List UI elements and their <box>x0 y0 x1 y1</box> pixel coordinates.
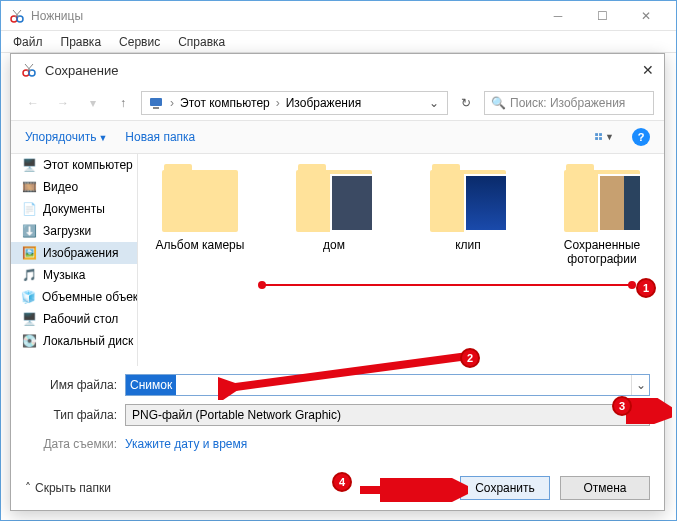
nav-up-button[interactable]: ↑ <box>111 91 135 115</box>
minimize-button[interactable]: ─ <box>536 2 580 30</box>
menu-file[interactable]: Файл <box>5 33 51 51</box>
svg-rect-5 <box>153 107 159 109</box>
download-icon: ⬇️ <box>21 223 37 239</box>
menu-edit[interactable]: Правка <box>53 33 110 51</box>
disk-icon: 💽 <box>21 333 37 349</box>
dialog-close-button[interactable]: ✕ <box>614 62 654 78</box>
folder-item[interactable]: дом <box>282 162 386 266</box>
navigation-sidebar: 🖥️Этот компьютер 🎞️Видео 📄Документы ⬇️За… <box>11 154 138 366</box>
sidebar-item-label: Видео <box>43 180 78 194</box>
chevron-right-icon[interactable]: › <box>168 96 176 110</box>
annotation-line <box>262 284 632 286</box>
filename-dropdown-button[interactable]: ⌄ <box>631 375 649 395</box>
search-placeholder: Поиск: Изображения <box>510 96 625 110</box>
pc-icon <box>148 95 164 111</box>
svg-rect-8 <box>595 138 598 141</box>
filetype-value: PNG-файл (Portable Network Graphic) <box>132 408 341 422</box>
chevron-up-icon: ˄ <box>25 481 31 495</box>
sidebar-item-label: Изображения <box>43 246 118 260</box>
sidebar-item-music[interactable]: 🎵Музыка <box>11 264 137 286</box>
svg-point-1 <box>17 16 23 22</box>
filename-label: Имя файла: <box>25 378 125 392</box>
filename-input[interactable]: Снимок ⌄ <box>125 374 650 396</box>
folder-item[interactable]: Сохраненные фотографии <box>550 162 654 266</box>
snipping-tool-icon <box>21 62 37 78</box>
hide-folders-label: Скрыть папки <box>35 481 111 495</box>
search-input[interactable]: 🔍 Поиск: Изображения <box>484 91 654 115</box>
sidebar-item-label: Локальный диск <box>43 334 133 348</box>
item-label: Сохраненные фотографии <box>550 238 654 266</box>
sidebar-item-documents[interactable]: 📄Документы <box>11 198 137 220</box>
menu-help[interactable]: Справка <box>170 33 233 51</box>
new-folder-button[interactable]: Новая папка <box>125 130 195 144</box>
hide-folders-button[interactable]: ˄Скрыть папки <box>25 481 111 495</box>
item-label: дом <box>282 238 386 252</box>
folder-item[interactable]: клип <box>416 162 520 266</box>
file-list[interactable]: Альбом камеры дом клип Сохраненные фотог… <box>138 154 664 366</box>
snipping-tool-icon <box>9 8 25 24</box>
sidebar-item-label: Рабочий стол <box>43 312 118 326</box>
nav-forward-button[interactable]: → <box>51 91 75 115</box>
save-dialog: Сохранение ✕ ← → ▾ ↑ › Этот компьютер › … <box>10 53 665 511</box>
nav-recent-button[interactable]: ▾ <box>81 91 105 115</box>
parent-window-title: Ножницы <box>31 9 536 23</box>
view-options-button[interactable]: ▼ <box>594 127 614 147</box>
filetype-label: Тип файла: <box>25 408 125 422</box>
breadcrumb-root[interactable]: Этот компьютер <box>176 96 274 110</box>
cancel-button[interactable]: Отмена <box>560 476 650 500</box>
breadcrumb-folder[interactable]: Изображения <box>282 96 365 110</box>
sidebar-item-pictures[interactable]: 🖼️Изображения <box>11 242 137 264</box>
dialog-title: Сохранение <box>45 63 614 78</box>
maximize-button[interactable]: ☐ <box>580 2 624 30</box>
help-button[interactable]: ? <box>632 128 650 146</box>
item-label: Альбом камеры <box>148 238 252 252</box>
music-icon: 🎵 <box>21 267 37 283</box>
sidebar-item-videos[interactable]: 🎞️Видео <box>11 176 137 198</box>
sidebar-item-this-pc[interactable]: 🖥️Этот компьютер <box>11 154 137 176</box>
chevron-down-icon: ⌄ <box>633 408 643 422</box>
sidebar-item-label: Объемные объекты <box>42 290 138 304</box>
cube-icon: 🧊 <box>21 289 36 305</box>
date-taken-label: Дата съемки: <box>25 437 125 451</box>
svg-rect-9 <box>599 138 602 141</box>
filetype-combo[interactable]: PNG-файл (Portable Network Graphic) ⌄ <box>125 404 650 426</box>
svg-point-3 <box>29 70 35 76</box>
address-bar[interactable]: › Этот компьютер › Изображения ⌄ <box>141 91 448 115</box>
svg-rect-7 <box>599 134 602 137</box>
chevron-right-icon[interactable]: › <box>274 96 282 110</box>
sidebar-item-3d-objects[interactable]: 🧊Объемные объекты <box>11 286 137 308</box>
search-icon: 🔍 <box>491 96 506 110</box>
annotation-badge-4: 4 <box>332 472 352 492</box>
folder-item[interactable]: Альбом камеры <box>148 162 252 266</box>
sidebar-item-label: Этот компьютер <box>43 158 133 172</box>
sidebar-item-desktop[interactable]: 🖥️Рабочий стол <box>11 308 137 330</box>
date-taken-link[interactable]: Укажите дату и время <box>125 437 247 451</box>
sidebar-item-local-disk[interactable]: 💽Локальный диск <box>11 330 137 352</box>
refresh-button[interactable]: ↻ <box>454 96 478 110</box>
document-icon: 📄 <box>21 201 37 217</box>
parent-window-titlebar: Ножницы ─ ☐ ✕ <box>1 1 676 31</box>
svg-point-2 <box>23 70 29 76</box>
organize-button[interactable]: Упорядочить▼ <box>25 130 107 144</box>
video-icon: 🎞️ <box>21 179 37 195</box>
annotation-badge-2: 2 <box>460 348 480 368</box>
desktop-icon: 🖥️ <box>21 311 37 327</box>
nav-back-button[interactable]: ← <box>21 91 45 115</box>
image-icon: 🖼️ <box>21 245 37 261</box>
sidebar-item-label: Документы <box>43 202 105 216</box>
pc-icon: 🖥️ <box>21 157 37 173</box>
sidebar-item-downloads[interactable]: ⬇️Загрузки <box>11 220 137 242</box>
sidebar-item-label: Музыка <box>43 268 85 282</box>
annotation-badge-1: 1 <box>636 278 656 298</box>
parent-menubar: Файл Правка Сервис Справка <box>1 31 676 53</box>
annotation-badge-3: 3 <box>612 396 632 416</box>
close-button[interactable]: ✕ <box>624 2 668 30</box>
save-button[interactable]: Сохранить <box>460 476 550 500</box>
svg-rect-6 <box>595 134 598 137</box>
menu-service[interactable]: Сервис <box>111 33 168 51</box>
filename-value: Снимок <box>126 375 176 395</box>
address-dropdown-button[interactable]: ⌄ <box>423 96 445 110</box>
svg-point-0 <box>11 16 17 22</box>
item-label: клип <box>416 238 520 252</box>
svg-rect-4 <box>150 98 162 106</box>
